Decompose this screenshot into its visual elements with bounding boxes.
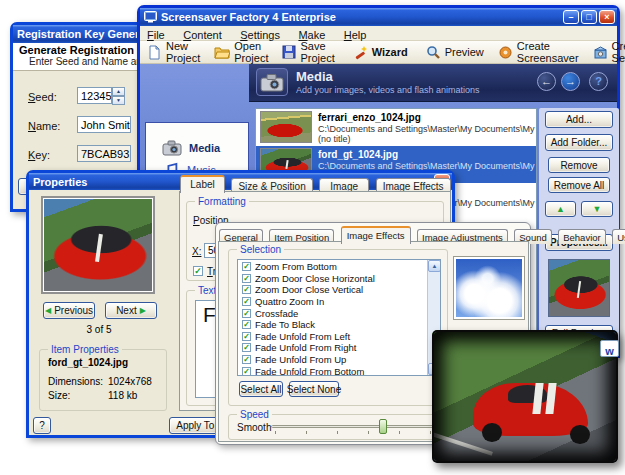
size-value: 118 kb: [108, 390, 137, 401]
effect-item[interactable]: ✓Zoom Door Close Vertical: [238, 284, 427, 296]
media-section-header: Media Add your images, videos and flash …: [249, 64, 617, 102]
spinner-up-icon[interactable]: ▲: [112, 87, 125, 96]
selection-group-label: Selection: [237, 244, 284, 255]
media-filename: ferrari_enzo_1024.jpg: [318, 112, 421, 123]
screensaver-photo: [432, 330, 618, 463]
effect-item[interactable]: ✓Zoom Door Close Horizontal: [238, 273, 427, 285]
photo-vignette: [432, 330, 618, 463]
open-project-button[interactable]: Open Project: [207, 41, 275, 63]
effect-item[interactable]: ✓Crossfade: [238, 307, 427, 319]
move-down-button[interactable]: ▼: [581, 201, 613, 217]
seed-input[interactable]: 12345: [77, 87, 112, 104]
button-fragment[interactable]: w: [600, 340, 619, 357]
checkbox-checked-icon[interactable]: ✓: [242, 332, 251, 341]
help-icon: ?: [595, 75, 602, 87]
key-label: Key:: [28, 149, 50, 161]
selection-group: Selection ✓Zoom From Bottom ✓Zoom Door C…: [228, 249, 448, 406]
effect-label: Fade Unfold From Bottom: [255, 366, 364, 376]
checkbox-checked-icon[interactable]: ✓: [242, 274, 251, 283]
minimize-button[interactable]: –: [563, 10, 579, 24]
effect-item[interactable]: ✓Fade Unfold From Bottom: [238, 365, 427, 376]
effect-item[interactable]: ✓Fade To Black: [238, 319, 427, 331]
sidebar-media-label: Media: [189, 142, 220, 154]
item-preview-image: [44, 199, 152, 291]
new-project-label: New Project: [166, 40, 200, 64]
effect-label: Fade Unfold From Right: [255, 342, 356, 353]
effect-label: Crossfade: [255, 308, 298, 319]
media-path: C:\Documents and Settings\Master\My Docu…: [318, 124, 537, 134]
checkbox-checked-icon[interactable]: ✓: [242, 355, 251, 364]
setup-box-icon: [593, 45, 608, 60]
effect-item[interactable]: ✓Quattro Zoom In: [238, 296, 427, 308]
next-label: Next: [116, 305, 137, 316]
scroll-up-icon[interactable]: ▲: [428, 260, 441, 272]
checkbox-checked-icon[interactable]: ✓: [242, 297, 251, 306]
name-input[interactable]: John Smith: [77, 116, 131, 133]
select-all-button[interactable]: Select All: [239, 381, 283, 397]
effect-item[interactable]: ✓Fade Unfold From Up: [238, 354, 427, 366]
maximize-button[interactable]: □: [581, 10, 597, 24]
create-screensaver-button[interactable]: Create Screensaver: [491, 41, 586, 63]
checkbox-checked-icon[interactable]: ✓: [242, 367, 251, 376]
wizard-button[interactable]: Wizard: [346, 41, 415, 63]
close-button[interactable]: ×: [599, 10, 615, 24]
up-arrow-icon: ▲: [556, 204, 565, 214]
media-list-item[interactable]: ferrari_enzo_1024.jpg C:\Documents and S…: [256, 109, 536, 146]
item-preview-frame: [41, 196, 155, 294]
forward-button[interactable]: →: [561, 72, 580, 91]
open-project-label: Open Project: [234, 40, 268, 64]
previous-button[interactable]: ◀ Previous: [43, 302, 95, 319]
back-button[interactable]: ←: [537, 72, 556, 91]
effect-label: Zoom From Bottom: [255, 261, 337, 272]
checkbox-checked-icon[interactable]: ✓: [242, 285, 251, 294]
checkbox-checked-icon[interactable]: ✓: [242, 309, 251, 318]
formatting-group-label: Formatting: [195, 196, 249, 207]
remove-all-button[interactable]: Remove All: [548, 177, 610, 193]
select-none-button[interactable]: Select None: [289, 381, 339, 397]
tab-behavior[interactable]: Behavior: [558, 229, 606, 244]
add-button[interactable]: Add...: [545, 111, 613, 128]
select-all-label: Select All: [240, 384, 281, 395]
tab-user-interface[interactable]: User Interface: [612, 229, 625, 244]
header-camera-tile: [256, 68, 288, 96]
effect-item[interactable]: ✓Fade Unfold From Left: [238, 331, 427, 343]
add-folder-label: Add Folder...: [551, 137, 608, 148]
new-project-icon: [147, 45, 162, 60]
speed-slider-thumb[interactable]: [379, 419, 387, 434]
tab-label[interactable]: Label: [180, 175, 225, 193]
properties-help-button[interactable]: ?: [33, 417, 51, 434]
next-button[interactable]: Next ▶: [105, 302, 157, 319]
effect-item[interactable]: ✓Zoom From Bottom: [238, 261, 427, 273]
tab-image-effects[interactable]: Image Effects: [341, 226, 411, 244]
add-label: Add...: [566, 114, 592, 125]
effect-item[interactable]: ✓Fade Unfold From Right: [238, 342, 427, 354]
effects-listbox[interactable]: ✓Zoom From Bottom ✓Zoom Door Close Horiz…: [237, 259, 441, 376]
effect-label: Fade To Black: [255, 319, 315, 330]
create-setup-button[interactable]: Create Setup ▼: [586, 41, 625, 63]
next-arrow-icon: ▶: [140, 306, 146, 315]
checkbox-checked-icon[interactable]: ✓: [242, 262, 251, 271]
remove-button[interactable]: Remove: [548, 157, 610, 173]
transparent-checkbox[interactable]: ✓: [193, 266, 203, 276]
preview-button[interactable]: Preview: [419, 41, 491, 63]
checkbox-checked-icon[interactable]: ✓: [242, 343, 251, 352]
item-filename: ford_gt_1024.jpg: [48, 357, 128, 368]
add-folder-button[interactable]: Add Folder...: [545, 134, 613, 151]
button-fragment-label: w: [605, 345, 614, 357]
help-button[interactable]: ?: [589, 72, 608, 91]
effect-preview-image: [456, 259, 522, 317]
smooth-label: Smooth: [237, 422, 271, 433]
seed-spinner[interactable]: ▲ ▼: [112, 87, 125, 104]
screenshot: Registration Key Generator Generate Regi…: [0, 0, 625, 475]
new-project-button[interactable]: New Project: [140, 41, 207, 63]
spinner-down-icon[interactable]: ▼: [112, 96, 125, 105]
sidebar-item-media[interactable]: Media: [146, 137, 248, 159]
selected-media-preview: [548, 259, 610, 317]
properties-window-title: Properties: [33, 176, 87, 188]
app-icon: [144, 11, 157, 23]
checkbox-checked-icon[interactable]: ✓: [242, 320, 251, 329]
effect-label: Quattro Zoom In: [255, 296, 324, 307]
save-project-button[interactable]: Save Project: [275, 41, 341, 63]
move-up-button[interactable]: ▲: [545, 201, 576, 217]
main-window-titlebar[interactable]: Screensaver Factory 4 Enterprise – □ ×: [140, 8, 617, 26]
